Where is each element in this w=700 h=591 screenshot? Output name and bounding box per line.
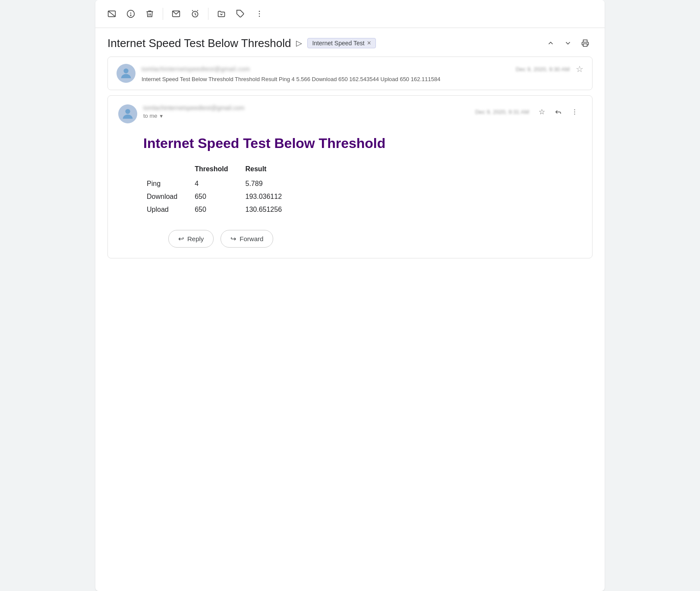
table-row: Ping 4 5.789 bbox=[147, 177, 299, 190]
forward-button[interactable]: ↪ Forward bbox=[221, 230, 273, 248]
threshold-ping: 4 bbox=[195, 177, 245, 190]
reply-icon: ↩ bbox=[178, 235, 184, 243]
toolbar-divider-1 bbox=[163, 8, 163, 20]
forward-icon: ↪ bbox=[230, 235, 236, 243]
email-heading: Internet Speed Test Below Threshold bbox=[143, 135, 582, 151]
threshold-upload: 650 bbox=[195, 203, 245, 216]
email-header-1: tomlachinternetspeedtest@gmail.com Dec 9… bbox=[117, 64, 583, 83]
more-icon-2[interactable] bbox=[567, 104, 582, 119]
avatar-2 bbox=[118, 104, 137, 123]
svg-line-10 bbox=[197, 10, 198, 11]
avatar-1 bbox=[117, 64, 136, 83]
more-icon[interactable] bbox=[252, 6, 267, 22]
sender-left-2: tomlachinternetspeedtest@gmail.com to me… bbox=[143, 104, 244, 119]
star-icon-1[interactable]: ☆ bbox=[576, 64, 583, 74]
sender-row-2: tomlachinternetspeedtest@gmail.com to me… bbox=[143, 104, 582, 119]
action-buttons: ↩ Reply ↪ Forward bbox=[143, 230, 582, 248]
svg-point-16 bbox=[125, 109, 130, 114]
email-item-2: tomlachinternetspeedtest@gmail.com to me… bbox=[107, 95, 593, 258]
svg-line-1 bbox=[108, 11, 116, 16]
unsubscribe-icon[interactable] bbox=[104, 6, 120, 22]
svg-line-8 bbox=[195, 14, 196, 16]
email-date-1: Dec 9, 2020, 9:30 AM bbox=[516, 66, 570, 72]
report-icon[interactable] bbox=[123, 6, 139, 22]
email-item-1[interactable]: tomlachinternetspeedtest@gmail.com Dec 9… bbox=[107, 57, 593, 90]
svg-point-15 bbox=[123, 69, 128, 73]
label-tag-text: Internet Speed Test bbox=[312, 40, 364, 47]
table-row: Download 650 193.036112 bbox=[147, 190, 299, 203]
header-actions-2: Dec 9, 2020, 9:31 AM ☆ bbox=[475, 104, 582, 119]
col-header-metric bbox=[147, 163, 195, 177]
sender-row-1: tomlachinternetspeedtest@gmail.com Dec 9… bbox=[142, 64, 583, 74]
forward-label: Forward bbox=[240, 235, 263, 242]
label-tag-close-icon[interactable]: × bbox=[367, 40, 371, 47]
star-icon-2[interactable]: ☆ bbox=[534, 104, 549, 119]
print-button[interactable] bbox=[578, 36, 593, 50]
threshold-download: 650 bbox=[195, 190, 245, 203]
table-row: Upload 650 130.651256 bbox=[147, 203, 299, 216]
result-upload: 130.651256 bbox=[246, 203, 300, 216]
svg-point-11 bbox=[259, 11, 260, 12]
email-meta-2: tomlachinternetspeedtest@gmail.com to me… bbox=[143, 104, 582, 119]
svg-rect-14 bbox=[583, 44, 587, 47]
result-ping: 5.789 bbox=[246, 177, 300, 190]
metric-download: Download bbox=[147, 190, 195, 203]
metric-upload: Upload bbox=[147, 203, 195, 216]
delete-icon[interactable] bbox=[142, 6, 158, 22]
subject-row: Internet Speed Test Below Threshold ▷ In… bbox=[95, 28, 605, 57]
email-meta-1: tomlachinternetspeedtest@gmail.com Dec 9… bbox=[142, 64, 583, 82]
col-header-result: Result bbox=[246, 163, 300, 177]
svg-line-9 bbox=[192, 10, 193, 11]
svg-point-19 bbox=[574, 113, 575, 114]
reply-inline-icon[interactable] bbox=[551, 104, 565, 119]
result-download: 193.036112 bbox=[246, 190, 300, 203]
col-header-threshold: Threshold bbox=[195, 163, 245, 177]
email-header-2: tomlachinternetspeedtest@gmail.com to me… bbox=[118, 104, 582, 123]
toolbar bbox=[95, 0, 605, 28]
mark-unread-icon[interactable] bbox=[168, 6, 184, 22]
email-container: Internet Speed Test Below Threshold ▷ In… bbox=[95, 0, 605, 591]
svg-point-18 bbox=[574, 111, 575, 112]
sender-email-1: tomlachinternetspeedtest@gmail.com bbox=[142, 66, 250, 72]
svg-point-4 bbox=[130, 15, 131, 16]
prev-email-button[interactable] bbox=[543, 36, 558, 50]
label-tag-internet-speed-test[interactable]: Internet Speed Test × bbox=[307, 38, 376, 48]
snooze-icon[interactable] bbox=[187, 6, 203, 22]
move-icon[interactable] bbox=[214, 6, 229, 22]
sender-email-2: tomlachinternetspeedtest@gmail.com bbox=[143, 104, 244, 111]
label-icon[interactable] bbox=[233, 6, 248, 22]
toolbar-divider-2 bbox=[208, 8, 208, 20]
reply-label: Reply bbox=[187, 235, 204, 242]
svg-point-17 bbox=[574, 109, 575, 110]
subject-nav bbox=[543, 36, 593, 50]
metric-ping: Ping bbox=[147, 177, 195, 190]
email-snippet-1: Internet Speed Test Below Threshold Thre… bbox=[142, 76, 583, 82]
reply-button[interactable]: ↩ Reply bbox=[168, 230, 214, 248]
email-subject-title: Internet Speed Test Below Threshold bbox=[107, 37, 291, 50]
email-list: tomlachinternetspeedtest@gmail.com Dec 9… bbox=[95, 57, 605, 276]
svg-point-13 bbox=[259, 16, 260, 17]
forward-thread-icon: ▷ bbox=[296, 38, 302, 48]
to-me-dropdown-icon[interactable]: ▼ bbox=[159, 113, 164, 119]
email-body-2: Internet Speed Test Below Threshold Thre… bbox=[118, 135, 582, 248]
speed-table: Threshold Result Ping 4 5.789 Download 6… bbox=[147, 163, 299, 216]
next-email-button[interactable] bbox=[561, 36, 575, 50]
email-date-2: Dec 9, 2020, 9:31 AM bbox=[475, 109, 529, 115]
svg-point-12 bbox=[259, 13, 260, 15]
to-me-label: to me ▼ bbox=[143, 113, 244, 119]
